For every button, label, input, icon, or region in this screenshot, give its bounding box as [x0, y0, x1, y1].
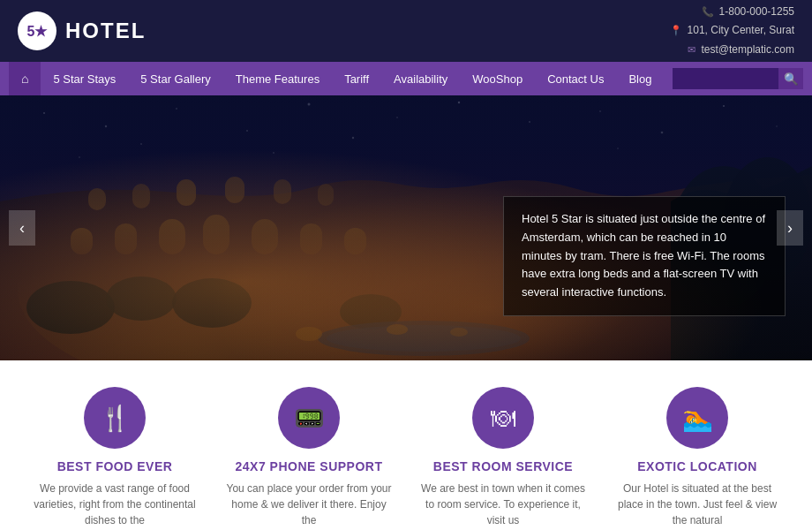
- nav-item-contact-us[interactable]: Contact Us: [535, 62, 616, 95]
- feature-phone: 📟 24X7 Phone Support You can place your …: [212, 387, 406, 528]
- nav-item-availability[interactable]: Availability: [381, 62, 460, 95]
- email-icon: ✉: [688, 42, 695, 59]
- hero-prev-button[interactable]: ‹: [9, 210, 35, 246]
- feature-food: 🍴 Best Food Ever We provide a vast range…: [18, 387, 212, 528]
- food-title: Best Food Ever: [31, 459, 199, 473]
- arrow-right-icon: ›: [787, 219, 793, 238]
- search-input[interactable]: [673, 68, 778, 89]
- room-service-icon: 🍽: [491, 404, 515, 433]
- feature-room: 🍽 Best Room Service We are best in town …: [406, 387, 600, 528]
- swimming-icon: 🏊: [682, 404, 713, 433]
- search-area: 🔍: [673, 68, 803, 89]
- phone-title: 24X7 Phone Support: [225, 459, 393, 473]
- room-title: Best Room Service: [419, 459, 587, 473]
- address-text: 101, City Center, Surat: [688, 21, 794, 41]
- home-icon: ⌂: [21, 72, 28, 86]
- food-icon: 🍴: [100, 404, 131, 433]
- site-title: HOTEL: [65, 19, 146, 43]
- email-text: test@templatic.com: [701, 41, 794, 60]
- feature-location: 🏊 Exotic Location Our Hotel is situated …: [600, 387, 794, 528]
- location-title: Exotic Location: [613, 459, 781, 473]
- nav-item-blog[interactable]: Blog: [616, 62, 664, 95]
- hero-description-box: Hotel 5 Star is situated just outside th…: [503, 196, 786, 316]
- nav-item-5star-stays[interactable]: 5 Star Stays: [41, 62, 128, 95]
- nav-home-button[interactable]: ⌂: [9, 62, 41, 95]
- phone-number: 1-800-000-1255: [719, 3, 794, 22]
- food-desc: We provide a vast range of food varietie…: [31, 481, 199, 528]
- main-nav: ⌂ 5 Star Stays 5 Star Gallery Theme Feat…: [0, 62, 812, 95]
- logo-area: 5★ HOTEL: [18, 11, 146, 50]
- phone-support-icon: 📟: [294, 404, 325, 433]
- nav-item-wooshop[interactable]: WooShop: [460, 62, 535, 95]
- logo-icon: 5★: [18, 11, 56, 50]
- hero-description-text: Hotel 5 Star is situated just outside th…: [522, 212, 765, 299]
- nav-item-tariff[interactable]: Tariff: [332, 62, 381, 95]
- location-icon: 📍: [670, 22, 682, 40]
- contact-info: 📞 1-800-000-1255 📍 101, City Center, Sur…: [670, 3, 794, 60]
- room-icon-circle: 🍽: [472, 387, 534, 449]
- phone-icon-circle: 📟: [278, 387, 340, 449]
- nav-item-5star-gallery[interactable]: 5 Star Gallery: [128, 62, 222, 95]
- features-section: 🍴 Best Food Ever We provide a vast range…: [0, 360, 812, 530]
- hero-section: Hotel 5 Star is situated just outside th…: [0, 95, 812, 360]
- hero-next-button[interactable]: ›: [777, 210, 803, 246]
- phone-icon: 📞: [702, 4, 714, 21]
- phone-desc: You can place your order from your home …: [225, 481, 393, 528]
- food-icon-circle: 🍴: [84, 387, 146, 449]
- location-icon-circle: 🏊: [666, 387, 728, 449]
- nav-item-theme-features[interactable]: Theme Features: [223, 62, 332, 95]
- search-button[interactable]: 🔍: [778, 68, 803, 89]
- arrow-left-icon: ‹: [19, 219, 25, 238]
- location-desc: Our Hotel is situated at the best place …: [613, 481, 781, 528]
- room-desc: We are best in town when it comes to roo…: [419, 481, 587, 528]
- site-header: 5★ HOTEL 📞 1-800-000-1255 📍 101, City Ce…: [0, 0, 812, 62]
